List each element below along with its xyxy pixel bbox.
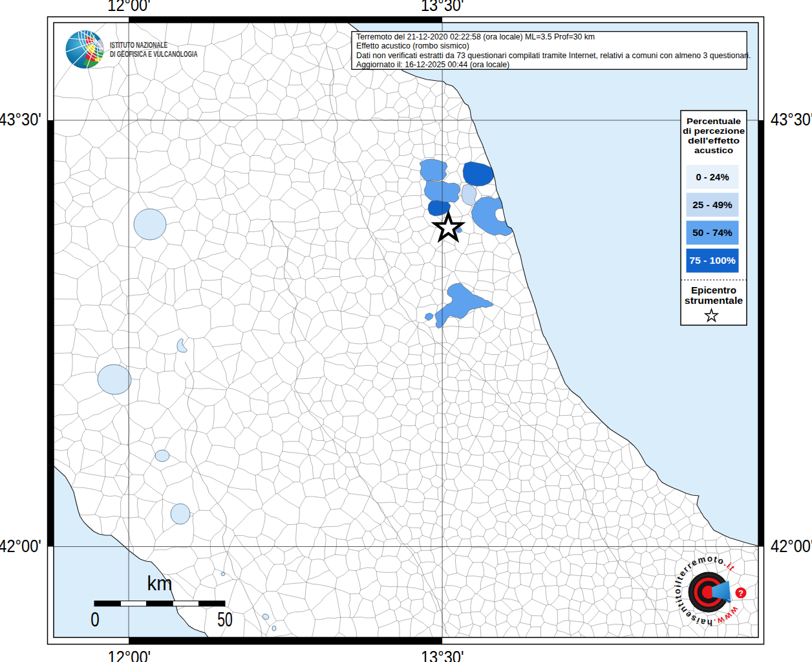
svg-text:75 - 100%: 75 - 100% xyxy=(689,255,736,266)
svg-text:?: ? xyxy=(738,588,743,598)
svg-text:Aggiornato il: 16-12-2025 00:4: Aggiornato il: 16-12-2025 00:44 (ora loc… xyxy=(356,60,509,69)
svg-text:25 - 49%: 25 - 49% xyxy=(692,200,732,210)
svg-text:di percezione: di percezione xyxy=(683,126,745,136)
svg-text:0: 0 xyxy=(91,608,100,631)
svg-text:Terremoto del 21-12-2020 02:22: Terremoto del 21-12-2020 02:22:58 (ora l… xyxy=(356,32,595,41)
svg-text:Effetto acustico (rombo sismic: Effetto acustico (rombo sismico) xyxy=(356,41,469,50)
svg-text:42°00': 42°00' xyxy=(771,536,812,556)
svg-text:DI GEOFISICA E VULCANOLOGIA: DI GEOFISICA E VULCANOLOGIA xyxy=(110,50,198,59)
svg-text:ISTITUTO NAZIONALE: ISTITUTO NAZIONALE xyxy=(110,41,167,50)
svg-text:Dati non verificati estratti d: Dati non verificati estratti da 73 quest… xyxy=(356,51,751,60)
svg-text:12°00': 12°00' xyxy=(107,0,151,15)
svg-text:42°00': 42°00' xyxy=(0,536,41,556)
svg-text:Percentuale: Percentuale xyxy=(687,116,741,126)
svg-text:13°30': 13°30' xyxy=(421,647,464,662)
svg-text:acustico: acustico xyxy=(694,145,733,155)
svg-text:dell'effetto: dell'effetto xyxy=(688,136,740,145)
svg-text:43°30': 43°30' xyxy=(771,109,812,129)
svg-text:0 - 24%: 0 - 24% xyxy=(696,172,729,182)
svg-text:43°30': 43°30' xyxy=(0,109,41,129)
svg-text:13°30': 13°30' xyxy=(421,0,464,15)
svg-text:km: km xyxy=(147,572,173,595)
svg-text:50 - 74%: 50 - 74% xyxy=(692,228,732,238)
svg-text:50: 50 xyxy=(217,608,233,631)
svg-text:strumentale: strumentale xyxy=(685,295,743,306)
svg-text:Epicentro: Epicentro xyxy=(691,285,736,295)
svg-text:12°00': 12°00' xyxy=(108,647,151,662)
